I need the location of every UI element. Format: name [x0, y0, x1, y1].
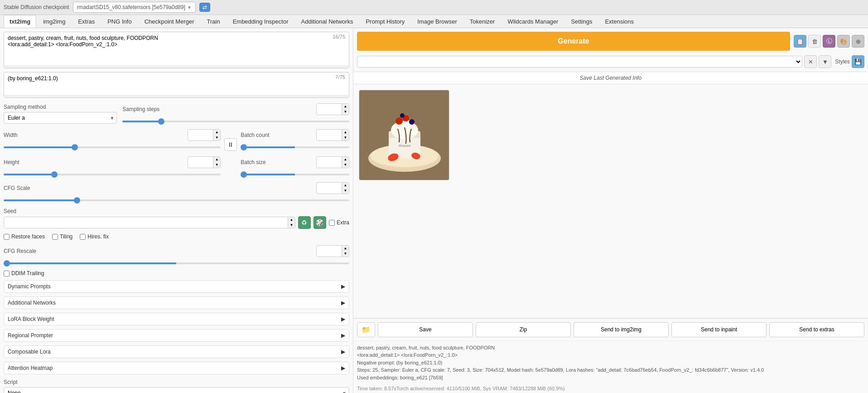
- batch-size-up-btn[interactable]: ▲: [342, 157, 349, 162]
- seed-input-wrap: 3 ▲ ▼: [4, 217, 295, 228]
- script-select[interactable]: None: [4, 387, 349, 393]
- regional-prompter-arrow: ▶: [341, 332, 345, 339]
- sampling-method-select[interactable]: Euler a: [4, 112, 117, 124]
- generated-image: Rossini: [359, 90, 449, 180]
- batch-count-slider[interactable]: [241, 146, 349, 148]
- seed-up-btn[interactable]: ▲: [288, 217, 295, 223]
- positive-prompt-input[interactable]: dessert, pastry, cream, fruit, nuts, foo…: [4, 32, 349, 64]
- lora-block-weight-arrow: ▶: [341, 316, 345, 322]
- cfg-slider[interactable]: [4, 199, 349, 201]
- steps-up-btn[interactable]: ▲: [342, 104, 349, 109]
- zip-button[interactable]: Zip: [476, 322, 571, 337]
- regional-prompter-section[interactable]: Regional Prompter ▶: [4, 329, 349, 342]
- model-selector[interactable]: rmadartSD15_v80.safetensors [5e579a0d89]…: [73, 2, 196, 13]
- width-slider[interactable]: [4, 146, 221, 148]
- hires-fix-label[interactable]: Hires. fix: [80, 233, 109, 240]
- batch-size-down-btn[interactable]: ▼: [342, 162, 349, 168]
- composable-lora-section[interactable]: Composable Lora ▶: [4, 345, 349, 358]
- cfg-rescale-slider[interactable]: [4, 262, 349, 264]
- composable-lora-label: Composable Lora: [8, 349, 51, 355]
- tab-embedding-inspector[interactable]: Embedding Inspector: [227, 15, 294, 28]
- clipboard-icon-btn[interactable]: 📋: [794, 35, 806, 48]
- tab-wildcards-manager[interactable]: Wildcards Manager: [502, 15, 564, 28]
- ddim-trailing-label[interactable]: DDIM Trailing: [4, 270, 349, 277]
- model-name: rmadartSD15_v80.safetensors [5e579a0d89]: [77, 4, 186, 10]
- attention-heatmap-section[interactable]: Attention Heatmap ▶: [4, 362, 349, 374]
- generate-button[interactable]: Generate: [357, 32, 790, 51]
- height-down-btn[interactable]: ▼: [213, 162, 220, 168]
- cfg-rescale-down-btn[interactable]: ▼: [342, 251, 349, 257]
- ddim-trailing-text: DDIM Trailing: [11, 270, 44, 277]
- height-label: Height: [4, 159, 19, 165]
- tab-tokenizer[interactable]: Tokenizer: [464, 15, 501, 28]
- batch-size-slider[interactable]: [241, 174, 349, 175]
- ddim-trailing-checkbox[interactable]: [4, 271, 10, 277]
- styles-dropdown-btn[interactable]: ▼: [819, 55, 831, 68]
- seed-input[interactable]: 3: [4, 218, 288, 228]
- style-icon-btn[interactable]: 🎨: [837, 35, 850, 48]
- lora-icon-btn[interactable]: Ⓛ: [823, 35, 835, 48]
- styles-save-btn[interactable]: 💾: [852, 55, 864, 68]
- tab-pnginfo[interactable]: PNG Info: [101, 15, 137, 28]
- height-input[interactable]: 512: [188, 158, 213, 167]
- cfg-down-btn[interactable]: ▼: [342, 188, 349, 194]
- batch-count-down-btn[interactable]: ▼: [342, 135, 349, 141]
- extra-checkbox-label[interactable]: Extra: [329, 219, 349, 226]
- seed-dice-button[interactable]: 🎲: [313, 216, 326, 229]
- hires-fix-checkbox[interactable]: [80, 234, 86, 240]
- tiling-label[interactable]: Tiling: [52, 233, 72, 240]
- tab-extensions[interactable]: Extensions: [599, 15, 640, 28]
- batch-count-input[interactable]: 1: [317, 131, 342, 140]
- styles-select[interactable]: [357, 56, 802, 68]
- batch-count-label: Batch count: [241, 132, 269, 138]
- steps-input[interactable]: 25: [317, 105, 342, 114]
- cfg-rescale-input[interactable]: 0: [317, 247, 342, 256]
- batch-count-up-btn[interactable]: ▲: [342, 130, 349, 135]
- dynamic-prompts-section[interactable]: Dynamic Prompts ▶: [4, 280, 349, 293]
- tiling-checkbox[interactable]: [52, 234, 58, 240]
- tab-img2img[interactable]: img2img: [37, 15, 71, 28]
- extra-checkbox[interactable]: [329, 220, 335, 226]
- batch-size-input[interactable]: 1: [317, 158, 342, 167]
- send-inpaint-button[interactable]: Send to inpaint: [671, 322, 767, 337]
- seed-down-btn[interactable]: ▼: [288, 223, 295, 228]
- width-input[interactable]: 704: [188, 131, 213, 140]
- tab-additional-networks[interactable]: Additional Networks: [295, 15, 359, 28]
- width-down-btn[interactable]: ▼: [213, 135, 220, 141]
- width-up-btn[interactable]: ▲: [213, 130, 220, 135]
- title-bar: Stable Diffusion checkpoint rmadartSD15_…: [0, 0, 868, 15]
- seed-recycle-button[interactable]: ♻: [298, 216, 311, 229]
- restore-faces-checkbox[interactable]: [4, 234, 10, 240]
- save-button[interactable]: Save: [378, 322, 473, 337]
- height-slider[interactable]: [4, 174, 221, 175]
- negative-prompt-resize[interactable]: [4, 95, 349, 97]
- trash-icon-btn[interactable]: 🗑: [808, 35, 821, 48]
- tab-settings[interactable]: Settings: [565, 15, 598, 28]
- tab-prompt-history[interactable]: Prompt History: [360, 15, 410, 28]
- positive-prompt-resize[interactable]: [4, 65, 349, 68]
- tab-extras[interactable]: Extras: [72, 15, 101, 28]
- swap-button[interactable]: ⇄: [199, 3, 210, 12]
- merge-style-icon-btn[interactable]: ⊕: [852, 35, 864, 48]
- tab-train[interactable]: Train: [201, 15, 226, 28]
- restore-faces-label[interactable]: Restore faces: [4, 233, 45, 240]
- pause-button[interactable]: ⏸: [224, 138, 237, 151]
- tab-txt2img[interactable]: txt2img: [4, 15, 36, 28]
- lora-block-weight-section[interactable]: LoRA Block Weight ▶: [4, 313, 349, 325]
- steps-slider[interactable]: [122, 121, 349, 122]
- seed-label: Seed: [4, 208, 349, 214]
- styles-close-btn[interactable]: ✕: [804, 55, 817, 68]
- cfg-rescale-up-btn[interactable]: ▲: [342, 246, 349, 251]
- send-extras-button[interactable]: Send to extras: [769, 322, 864, 337]
- steps-down-btn[interactable]: ▼: [342, 109, 349, 115]
- negative-prompt-input[interactable]: (by boring_e621:1.0): [4, 73, 349, 93]
- tab-checkpoint-merger[interactable]: Checkpoint Merger: [139, 15, 200, 28]
- folder-button[interactable]: 📁: [357, 322, 375, 337]
- tab-image-browser[interactable]: Image Browser: [411, 15, 463, 28]
- cfg-up-btn[interactable]: ▲: [342, 183, 349, 188]
- additional-networks-section[interactable]: Additional Networks ▶: [4, 296, 349, 309]
- cfg-input[interactable]: 7: [317, 184, 342, 193]
- right-panel-inner: Generate 📋 🗑 Ⓛ 🎨 ⊕: [353, 28, 868, 393]
- height-up-btn[interactable]: ▲: [213, 157, 220, 162]
- send-img2img-button[interactable]: Send to img2img: [574, 322, 669, 337]
